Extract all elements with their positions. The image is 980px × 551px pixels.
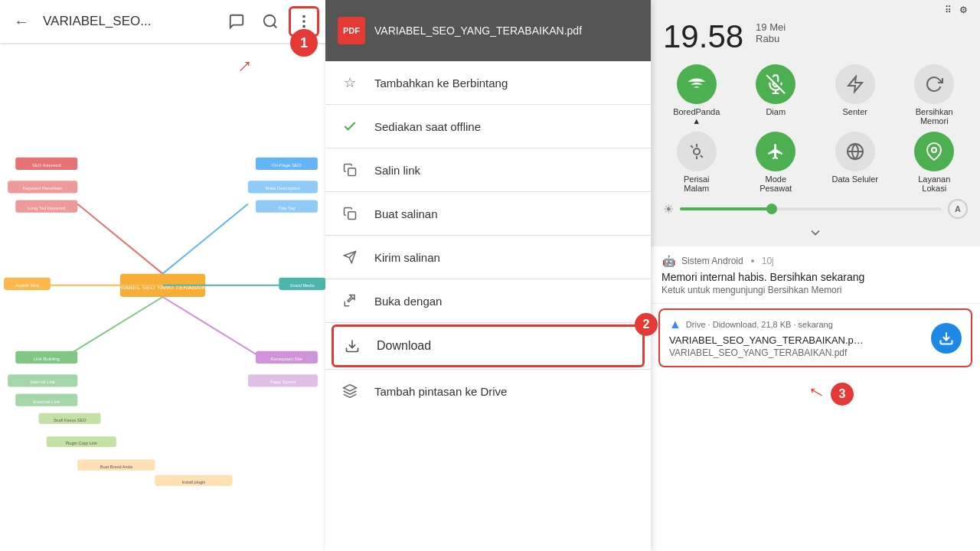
- brightness-row: ☀ A: [651, 199, 980, 222]
- android-app-icon: 🤖: [662, 254, 675, 268]
- drive-notif-header: ▲ Drive · Didownload, 21,8 KB · sekarang: [669, 318, 923, 331]
- menu-item-offline[interactable]: Sediakan saat offline: [325, 105, 651, 148]
- favorite-label: Tambahkan ke Berbintang: [374, 77, 508, 90]
- annotation-1: 1: [290, 29, 318, 57]
- quick-tiles: BoredPanda ▲ Diam Sen: [651, 61, 980, 132]
- copy-link-label: Salin link: [374, 164, 420, 177]
- annotation-3-arrow: ↑: [802, 381, 829, 403]
- context-menu-panel: PDF VARIABEL_SEO_YANG_TERABAIKAN.pdf ☆ T…: [325, 0, 651, 551]
- tile-bersihkan[interactable]: Bersihkan Memori: [898, 64, 972, 126]
- favorite-icon: ☆: [341, 73, 359, 92]
- shortcut-icon: [341, 382, 359, 400]
- mindmap-area: VARIABEL SEO YANG TERABAIKAN SEO Keyword…: [0, 43, 325, 551]
- tile-pesawat[interactable]: Mode Pesawat: [740, 132, 813, 193]
- android-notif-title: Memori internal habis. Bersihkan sekaran…: [662, 271, 969, 283]
- annotation-2: 2: [635, 313, 658, 336]
- auto-brightness[interactable]: A: [948, 199, 968, 219]
- svg-rect-51: [348, 212, 356, 220]
- android-notif-header: 🤖 Sistem Android 10j: [662, 254, 969, 268]
- data-circle[interactable]: [835, 132, 875, 171]
- brightness-track[interactable]: [680, 207, 942, 210]
- svg-line-8: [163, 204, 248, 274]
- lokasi-label: Layanan Lokasi: [910, 174, 959, 193]
- svg-point-66: [932, 148, 936, 152]
- svg-line-1: [273, 24, 276, 28]
- annotation-3-area: ↑ 3: [651, 372, 980, 410]
- svg-line-63: [701, 155, 703, 158]
- date-info: 19 Mei Rabu: [756, 21, 786, 44]
- svg-text:Sosial Media: Sosial Media: [290, 283, 315, 288]
- menu-item-download[interactable]: Download 2 ➤: [332, 324, 645, 367]
- comment-button[interactable]: [221, 6, 252, 37]
- drive-notification[interactable]: ▲ Drive · Didownload, 21,8 KB · sekarang…: [658, 308, 972, 367]
- menu-item-copy-link[interactable]: Salin link: [325, 148, 651, 191]
- menu-item-kirim-salinan[interactable]: Kirim salinan: [325, 236, 651, 279]
- menu-item-buka-dengan[interactable]: Buka dengan: [325, 279, 651, 322]
- svg-line-7: [77, 204, 162, 274]
- menu-item-favorite[interactable]: ☆ Tambahkan ke Berbintang: [325, 61, 651, 104]
- tile-lokasi[interactable]: Layanan Lokasi: [898, 132, 972, 193]
- svg-text:Internal Link: Internal Link: [30, 380, 56, 384]
- shortcut-label: Tambah pintasan ke Drive: [374, 385, 507, 398]
- svg-text:Meta Description: Meta Description: [266, 186, 301, 191]
- day-text: Rabu: [756, 33, 786, 44]
- android-notif-time: 10j: [762, 256, 774, 266]
- svg-text:SEO Keyword: SEO Keyword: [32, 163, 61, 168]
- diam-label: Diam: [766, 107, 786, 116]
- svg-text:On-Page SEO: On-Page SEO: [272, 163, 302, 168]
- brightness-low-icon: ☀: [663, 202, 674, 217]
- android-notification[interactable]: 🤖 Sistem Android 10j Memori internal hab…: [651, 246, 980, 304]
- tile-wifi[interactable]: BoredPanda ▲: [660, 64, 733, 126]
- android-notif-body: Ketuk untuk mengunjungi Bersihkan Memori: [662, 285, 969, 295]
- android-app-name: Sistem Android: [681, 256, 743, 266]
- buka-dengan-label: Buka dengan: [374, 295, 442, 308]
- pesawat-label: Mode Pesawat: [751, 174, 800, 193]
- svg-text:Plugin Copy Link: Plugin Copy Link: [65, 441, 97, 445]
- pdf-icon: PDF: [338, 17, 365, 44]
- buat-salinan-label: Buat salinan: [374, 207, 438, 220]
- wifi-circle[interactable]: [677, 64, 717, 104]
- drive-notif-content: ▲ Drive · Didownload, 21,8 KB · sekarang…: [669, 318, 923, 358]
- drive-notif-subtitle: VARIABEL_SEO_YANG_TERABAIKAN.pdf: [669, 347, 923, 358]
- tile-senter[interactable]: Senter: [818, 64, 892, 126]
- notification-section: 🤖 Sistem Android 10j Memori internal hab…: [651, 246, 980, 551]
- annotation-3: 3: [831, 383, 854, 406]
- svg-marker-58: [848, 77, 862, 92]
- svg-text:Title Tag: Title Tag: [278, 206, 296, 210]
- tile-diam[interactable]: Diam: [740, 64, 813, 126]
- download-label: Download: [377, 339, 431, 353]
- search-button[interactable]: [255, 6, 286, 37]
- expand-row[interactable]: [651, 222, 980, 243]
- tile-data[interactable]: Data Seluler: [818, 132, 892, 193]
- bersihkan-circle[interactable]: [914, 64, 954, 104]
- senter-circle[interactable]: [835, 64, 875, 104]
- download-icon: [343, 337, 361, 355]
- pesawat-circle[interactable]: [756, 132, 795, 171]
- left-panel: ← VARIABEL_SEO...: [0, 0, 325, 551]
- svg-rect-50: [348, 168, 356, 176]
- drive-download-button[interactable]: [931, 323, 962, 354]
- tile-perisai[interactable]: Perisai Malam: [660, 132, 733, 193]
- menu-item-buat-salinan[interactable]: Buat salinan: [325, 192, 651, 235]
- kirim-salinan-icon: [341, 248, 359, 266]
- lokasi-circle[interactable]: [914, 132, 954, 171]
- svg-text:Kecepatan Site: Kecepatan Site: [271, 357, 303, 361]
- menu-item-shortcut[interactable]: Tambah pintasan ke Drive: [325, 370, 651, 412]
- back-button[interactable]: ←: [6, 6, 37, 37]
- svg-text:Keyword Penelitian: Keyword Penelitian: [23, 186, 63, 191]
- svg-line-9: [62, 297, 163, 359]
- perisai-circle[interactable]: [677, 132, 717, 171]
- top-bar: ← VARIABEL_SEO...: [0, 0, 325, 43]
- brightness-thumb[interactable]: [766, 204, 777, 214]
- menu-filename: VARIABEL_SEO_YANG_TERABAIKAN.pdf: [374, 24, 639, 37]
- menu-header: PDF VARIABEL_SEO_YANG_TERABAIKAN.pdf: [325, 0, 651, 61]
- diam-circle[interactable]: [756, 64, 795, 104]
- svg-point-4: [302, 25, 305, 28]
- bersihkan-label: Bersihkan Memori: [910, 107, 959, 126]
- time-row: 19.58 19 Mei Rabu: [651, 15, 980, 61]
- svg-text:Analitik Web: Analitik Web: [15, 283, 39, 288]
- settings-icon[interactable]: ⚙: [959, 5, 968, 15]
- svg-point-0: [264, 15, 276, 27]
- drive-notif-title: VARIABEL_SEO_YANG_TERABAIKAN.pdf d...: [669, 334, 868, 346]
- svg-line-62: [691, 145, 693, 148]
